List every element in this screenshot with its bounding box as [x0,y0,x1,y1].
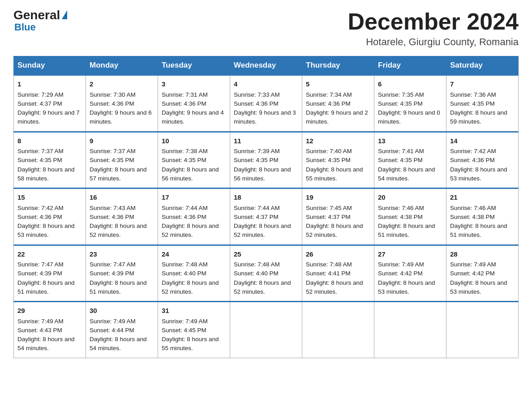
sunrise-text: Sunrise: 7:41 AM [378,148,424,154]
day-number: 19 [306,193,370,203]
daylight-text: Daylight: 8 hours and 53 minutes. [450,166,507,182]
table-row: 22Sunrise: 7:47 AMSunset: 4:39 PMDayligh… [14,245,86,302]
table-row: 15Sunrise: 7:42 AMSunset: 4:36 PMDayligh… [14,188,86,245]
sunset-text: Sunset: 4:45 PM [162,327,206,334]
day-number: 5 [306,79,370,90]
daylight-text: Daylight: 8 hours and 59 minutes. [450,109,507,125]
day-number: 17 [162,193,226,203]
table-row: 29Sunrise: 7:49 AMSunset: 4:43 PMDayligh… [14,302,86,358]
table-row: 3Sunrise: 7:31 AMSunset: 4:36 PMDaylight… [158,75,230,132]
day-number: 28 [450,249,515,260]
sunset-text: Sunset: 4:39 PM [90,270,134,277]
sunrise-text: Sunrise: 7:49 AM [162,318,208,325]
table-row [374,302,446,358]
daylight-text: Daylight: 8 hours and 51 minutes. [450,223,507,238]
sunrise-text: Sunrise: 7:43 AM [90,205,136,211]
sunrise-text: Sunrise: 7:38 AM [162,148,208,154]
col-friday: Friday [374,56,446,75]
col-monday: Monday [86,56,158,75]
sunrise-text: Sunrise: 7:37 AM [17,148,64,154]
day-number: 10 [162,136,226,146]
daylight-text: Daylight: 8 hours and 52 minutes. [162,223,219,238]
day-number: 13 [378,136,442,146]
daylight-text: Daylight: 8 hours and 52 minutes. [306,223,363,238]
sunset-text: Sunset: 4:37 PM [234,214,279,220]
day-number: 3 [162,79,226,90]
daylight-text: Daylight: 8 hours and 52 minutes. [90,223,147,238]
sunset-text: Sunset: 4:37 PM [306,214,351,220]
col-thursday: Thursday [302,56,374,75]
sunrise-text: Sunrise: 7:33 AM [234,91,280,98]
daylight-text: Daylight: 8 hours and 53 minutes. [17,223,75,238]
sunset-text: Sunset: 4:35 PM [17,157,62,163]
table-row: 12Sunrise: 7:40 AMSunset: 4:35 PMDayligh… [302,132,374,188]
day-number: 25 [234,249,298,260]
page-header: General Blue December 2024 Hotarele, Giu… [13,9,519,48]
daylight-text: Daylight: 8 hours and 58 minutes. [17,166,75,182]
month-year-title: December 2024 [348,9,519,34]
logo: General Blue [13,9,67,33]
sunset-text: Sunset: 4:40 PM [234,270,279,277]
sunset-text: Sunset: 4:35 PM [450,100,495,107]
daylight-text: Daylight: 9 hours and 6 minutes. [90,109,152,125]
sunrise-text: Sunrise: 7:45 AM [306,205,352,211]
table-row: 6Sunrise: 7:35 AMSunset: 4:35 PMDaylight… [374,75,446,132]
daylight-text: Daylight: 8 hours and 54 minutes. [90,336,147,351]
sunrise-text: Sunrise: 7:49 AM [378,261,424,268]
daylight-text: Daylight: 9 hours and 2 minutes. [306,109,368,125]
sunrise-text: Sunrise: 7:48 AM [306,261,352,268]
sunrise-text: Sunrise: 7:44 AM [162,205,208,211]
logo-triangle-icon [62,10,67,19]
day-number: 2 [90,79,154,90]
day-number: 1 [17,79,82,90]
day-number: 12 [306,136,370,146]
daylight-text: Daylight: 8 hours and 53 minutes. [450,279,507,295]
logo-blue-text: Blue [14,21,36,33]
day-number: 8 [17,136,82,146]
daylight-text: Daylight: 8 hours and 54 minutes. [17,336,75,351]
sunrise-text: Sunrise: 7:47 AM [17,261,64,268]
sunrise-text: Sunrise: 7:36 AM [450,91,496,98]
calendar-week-row: 22Sunrise: 7:47 AMSunset: 4:39 PMDayligh… [14,245,519,302]
sunrise-text: Sunrise: 7:39 AM [234,148,280,154]
sunset-text: Sunset: 4:36 PM [162,214,206,220]
daylight-text: Daylight: 8 hours and 51 minutes. [378,223,435,238]
sunset-text: Sunset: 4:38 PM [378,214,423,220]
day-number: 24 [162,249,226,260]
daylight-text: Daylight: 8 hours and 52 minutes. [306,279,363,295]
day-number: 4 [234,79,298,90]
sunset-text: Sunset: 4:36 PM [162,100,206,107]
day-number: 29 [17,306,82,316]
day-number: 31 [162,306,226,316]
daylight-text: Daylight: 8 hours and 53 minutes. [378,279,435,295]
sunset-text: Sunset: 4:36 PM [90,214,134,220]
sunset-text: Sunset: 4:42 PM [378,270,423,277]
table-row: 16Sunrise: 7:43 AMSunset: 4:36 PMDayligh… [86,188,158,245]
daylight-text: Daylight: 9 hours and 7 minutes. [17,109,80,125]
sunset-text: Sunset: 4:42 PM [450,270,495,277]
table-row: 27Sunrise: 7:49 AMSunset: 4:42 PMDayligh… [374,245,446,302]
sunset-text: Sunset: 4:36 PM [90,100,134,107]
sunrise-text: Sunrise: 7:30 AM [90,91,136,98]
table-row: 18Sunrise: 7:44 AMSunset: 4:37 PMDayligh… [230,188,302,245]
sunset-text: Sunset: 4:44 PM [90,327,134,334]
title-area: December 2024 Hotarele, Giurgiu County, … [348,9,519,48]
calendar-week-row: 1Sunrise: 7:29 AMSunset: 4:37 PMDaylight… [14,75,519,132]
sunset-text: Sunset: 4:36 PM [234,100,279,107]
daylight-text: Daylight: 8 hours and 57 minutes. [90,166,147,182]
sunrise-text: Sunrise: 7:44 AM [234,205,280,211]
sunrise-text: Sunrise: 7:34 AM [306,91,352,98]
daylight-text: Daylight: 8 hours and 52 minutes. [234,223,291,238]
table-row: 11Sunrise: 7:39 AMSunset: 4:35 PMDayligh… [230,132,302,188]
sunset-text: Sunset: 4:38 PM [450,214,495,220]
sunset-text: Sunset: 4:35 PM [90,157,134,163]
table-row [446,302,519,358]
table-row [230,302,302,358]
daylight-text: Daylight: 8 hours and 52 minutes. [234,279,291,295]
sunrise-text: Sunrise: 7:49 AM [450,261,496,268]
sunset-text: Sunset: 4:37 PM [17,100,62,107]
table-row: 21Sunrise: 7:46 AMSunset: 4:38 PMDayligh… [446,188,519,245]
sunrise-text: Sunrise: 7:40 AM [306,148,352,154]
calendar-header-row: Sunday Monday Tuesday Wednesday Thursday… [14,56,519,75]
table-row: 28Sunrise: 7:49 AMSunset: 4:42 PMDayligh… [446,245,519,302]
